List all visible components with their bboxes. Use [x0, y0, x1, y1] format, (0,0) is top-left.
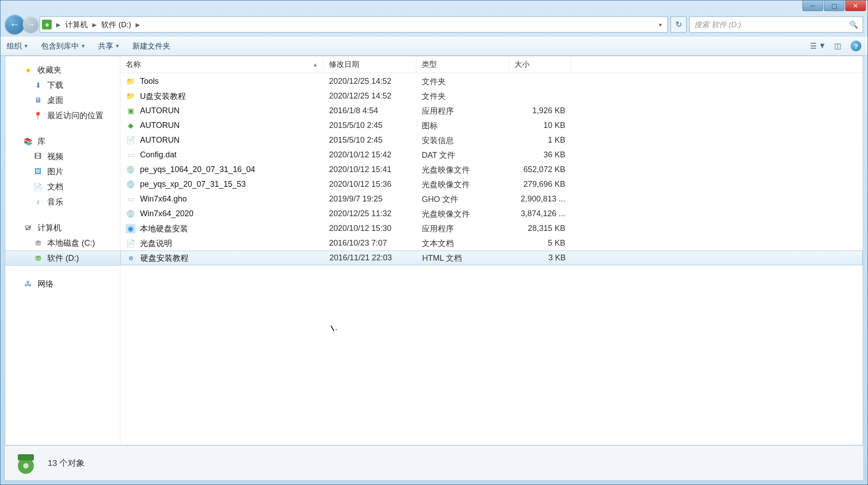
drive-c-label: 本地磁盘 (C:): [47, 238, 95, 248]
column-date-header[interactable]: 修改日期: [324, 56, 416, 73]
library-icon: 📚: [23, 136, 33, 146]
column-headers: 名称 ▲ 修改日期 类型 大小: [120, 56, 863, 73]
file-name: pe_yqs_1064_20_07_31_16_04: [140, 165, 255, 174]
close-button[interactable]: ✕: [845, 0, 866, 11]
back-button[interactable]: ←: [5, 15, 25, 34]
desktop-label: 桌面: [47, 95, 63, 106]
file-icon: e: [126, 253, 136, 263]
address-dropdown-icon[interactable]: ▾: [655, 21, 666, 28]
file-size: 36 KB: [509, 150, 571, 160]
sidebar-favorites[interactable]: ★ 收藏夹: [5, 62, 120, 78]
file-row[interactable]: 📄光盘说明2016/10/23 7:07文本文档5 KB: [120, 236, 863, 251]
computer-icon: 🖳: [23, 223, 33, 233]
sidebar-downloads[interactable]: ⬇ 下载: [5, 78, 120, 93]
column-name-header[interactable]: 名称 ▲: [120, 56, 324, 73]
sidebar-documents[interactable]: 📄 文档: [5, 179, 120, 194]
file-size: 652,072 KB: [509, 165, 571, 174]
drive-d-label: 软件 (D:): [47, 253, 79, 263]
maximize-button[interactable]: ▢: [824, 0, 844, 11]
star-icon: ★: [23, 65, 33, 75]
file-type: DAT 文件: [416, 150, 509, 160]
forward-button[interactable]: →: [23, 16, 39, 33]
navigation-row: ← → ◈ ▶ 计算机 ▶ 软件 (D:) ▶ ▾ ↻ 搜索 软件 (D:) 🔍: [0, 13, 868, 36]
search-input[interactable]: 搜索 软件 (D:) 🔍: [689, 16, 863, 33]
column-type-header[interactable]: 类型: [416, 56, 509, 73]
file-name-cell: 📄光盘说明: [122, 238, 324, 249]
navigation-pane: ★ 收藏夹 ⬇ 下载 🖥 桌面 📍 最近访问的位置 📚: [5, 56, 120, 445]
drive-icon: ⛃: [33, 238, 43, 248]
include-library-menu[interactable]: 包含到库中 ▼: [41, 41, 86, 51]
file-size: 5 KB: [509, 238, 571, 248]
search-placeholder: 搜索 软件 (D:): [694, 20, 741, 30]
file-row[interactable]: e硬盘安装教程2016/11/21 22:03HTML 文档3 KB: [120, 251, 863, 265]
sidebar-music[interactable]: ♪ 音乐: [5, 194, 120, 210]
sidebar-network[interactable]: 🖧 网络: [5, 276, 120, 292]
breadcrumb-sep-icon: ▶: [136, 21, 140, 28]
file-size: 3,874,126 ...: [509, 209, 571, 218]
sidebar-desktop[interactable]: 🖥 桌面: [5, 93, 120, 108]
view-options-button[interactable]: ☰ ▼: [811, 41, 825, 51]
share-menu[interactable]: 共享 ▼: [98, 41, 120, 51]
file-row[interactable]: ◆AUTORUN2015/5/10 2:45图标10 KB: [120, 118, 863, 133]
sidebar-drive-c[interactable]: ⛃ 本地磁盘 (C:): [5, 235, 120, 251]
column-size-header[interactable]: 大小: [509, 56, 571, 73]
file-date: 2016/1/8 4:54: [324, 106, 416, 115]
sidebar-pictures[interactable]: 🖼 图片: [5, 164, 120, 179]
file-row[interactable]: 💿pe_yqs_1064_20_07_31_16_042020/10/12 15…: [120, 162, 863, 177]
organize-menu[interactable]: 组织 ▼: [7, 41, 29, 51]
file-date: 2020/12/25 14:52: [324, 77, 416, 86]
file-row[interactable]: 💿pe_yqs_xp_20_07_31_15_532020/10/12 15:3…: [120, 177, 863, 192]
file-row[interactable]: 📁U盘安装教程2020/12/25 14:52文件夹: [120, 89, 863, 103]
file-row[interactable]: 📄AUTORUN2015/5/10 2:45安装信息1 KB: [120, 133, 863, 148]
file-icon: 💿: [126, 180, 136, 189]
network-icon: 🖧: [23, 279, 33, 289]
sidebar-videos[interactable]: 🎞 视频: [5, 149, 120, 164]
file-date: 2020/10/12 15:42: [324, 150, 416, 160]
file-name-cell: ◉本地硬盘安装: [122, 223, 324, 234]
favorites-label: 收藏夹: [37, 65, 62, 75]
minimize-button[interactable]: ─: [802, 0, 823, 11]
file-name: AUTORUN: [140, 121, 180, 130]
file-icon: 📄: [126, 136, 136, 145]
file-row[interactable]: ▭Config.dat2020/10/12 15:42DAT 文件36 KB: [120, 148, 863, 162]
file-name: 硬盘安装教程: [140, 253, 189, 263]
new-folder-button[interactable]: 新建文件夹: [132, 41, 170, 51]
include-label: 包含到库中: [41, 41, 79, 51]
file-row[interactable]: ◉本地硬盘安装2020/10/12 15:30应用程序28,315 KB: [120, 221, 863, 236]
file-name-cell: ◆AUTORUN: [122, 121, 324, 131]
file-row[interactable]: 💿Win7x64_20202020/12/25 11:32光盘映像文件3,874…: [120, 206, 863, 221]
file-size: 1 KB: [509, 136, 571, 145]
sidebar-computer[interactable]: 🖳 计算机: [5, 220, 120, 235]
col-date-label: 修改日期: [329, 59, 359, 70]
refresh-button[interactable]: ↻: [671, 16, 687, 33]
nav-group-libraries: 📚 库 🎞 视频 🖼 图片 📄 文档 ♪ 音乐: [5, 134, 120, 210]
file-type: 安装信息: [416, 135, 509, 146]
address-bar[interactable]: ◈ ▶ 计算机 ▶ 软件 (D:) ▶ ▾: [40, 16, 668, 33]
col-size-label: 大小: [514, 59, 530, 70]
file-type: 光盘映像文件: [416, 209, 509, 219]
file-size: 1,926 KB: [509, 106, 571, 115]
nav-buttons: ← →: [5, 15, 37, 34]
file-name-cell: 📁Tools: [122, 77, 324, 86]
pane-icon: ◫: [834, 41, 841, 51]
breadcrumb-computer[interactable]: 计算机: [63, 19, 90, 31]
pictures-icon: 🖼: [33, 167, 43, 177]
file-name-cell: e硬盘安装教程: [123, 253, 324, 263]
sidebar-recent[interactable]: 📍 最近访问的位置: [5, 108, 120, 123]
file-name: 光盘说明: [140, 238, 172, 249]
col-type-label: 类型: [422, 59, 437, 70]
file-type: HTML 文档: [417, 253, 510, 263]
breadcrumb-drive[interactable]: 软件 (D:): [99, 19, 133, 31]
file-type: 光盘映像文件: [416, 164, 509, 175]
preview-pane-button[interactable]: ◫: [831, 41, 844, 51]
help-button[interactable]: ?: [851, 41, 861, 51]
recent-label: 最近访问的位置: [47, 110, 103, 121]
file-row[interactable]: 📁Tools2020/12/25 14:52文件夹: [120, 74, 863, 89]
file-row[interactable]: ▭Win7x64.gho2019/9/7 19:25GHO 文件2,900,81…: [120, 192, 863, 206]
sidebar-libraries[interactable]: 📚 库: [5, 134, 120, 149]
file-row[interactable]: ▣AUTORUN2016/1/8 4:54应用程序1,926 KB: [120, 103, 863, 118]
file-name-cell: 📄AUTORUN: [122, 136, 324, 145]
network-label: 网络: [37, 279, 53, 289]
sidebar-drive-d[interactable]: ⛃ 软件 (D:): [5, 251, 120, 266]
file-date: 2020/10/12 15:41: [324, 165, 416, 174]
